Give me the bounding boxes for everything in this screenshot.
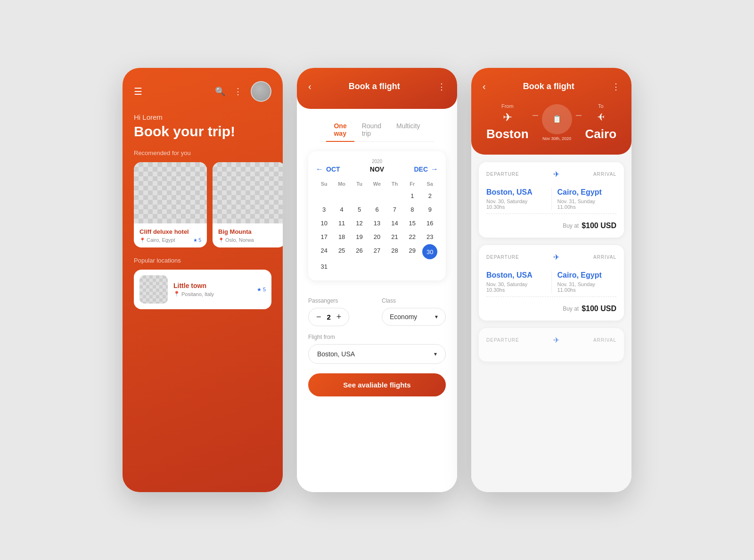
cal-day-11[interactable]: 11	[333, 217, 350, 230]
cal-day-26[interactable]: 26	[351, 244, 368, 259]
cal-day-30-selected[interactable]: 30	[422, 244, 437, 259]
arrival-city-block: To ✈ Cairo	[585, 103, 616, 141]
card-2-image	[213, 162, 283, 223]
dep-time-1: 10.30hs	[486, 204, 546, 210]
flight-card-3[interactable]: DEPARTURE ✈ ARRIVAL	[479, 328, 624, 362]
cal-day-16[interactable]: 16	[422, 217, 438, 230]
screen3-back-button[interactable]: ‹	[483, 81, 486, 92]
cal-day-1[interactable]: 1	[404, 189, 420, 202]
avatar[interactable]	[251, 81, 271, 102]
cal-day-7[interactable]: 7	[386, 203, 403, 216]
tab-roundtrip[interactable]: Round trip	[354, 118, 389, 142]
card-1-meta: 📍 Cairo, Egypt ★ 5	[139, 237, 201, 243]
dep-date-2: Nov. 30, Saturday	[486, 281, 546, 287]
cal-day-10[interactable]: 10	[316, 217, 332, 230]
arr-city-1: Cairo, Egypt	[557, 188, 617, 197]
cal-day-12[interactable]: 12	[351, 217, 368, 230]
card-1[interactable]: Cliff deluxe hotel 📍 Cairo, Egypt ★ 5	[134, 162, 207, 247]
prev-month-nav[interactable]: ← OCT	[316, 165, 340, 173]
dep-city-1: Boston, USA	[486, 188, 546, 197]
cal-day-25[interactable]: 25	[333, 244, 350, 259]
popular-card-1[interactable]: Little town 📍 Positano, Italy ★ 5	[134, 270, 271, 309]
flight-plane-icon-3: ✈	[553, 336, 559, 345]
right-arrow-icon[interactable]: →	[431, 165, 438, 173]
passengers-group: Passangers − 2 +	[308, 297, 372, 326]
cal-day-31[interactable]: 31	[316, 260, 332, 273]
cal-day-8[interactable]: 8	[404, 203, 420, 216]
dep-date-1: Nov. 30, Saturday	[486, 198, 546, 204]
flight-divider-2	[486, 296, 616, 297]
calendar-nav: ← OCT NOV DEC →	[316, 165, 438, 173]
decrease-button[interactable]: −	[316, 312, 321, 322]
bottom-controls: Passangers − 2 + Class Economy ▾	[297, 290, 457, 404]
from-city: Boston	[486, 127, 529, 141]
cal-day-28[interactable]: 28	[386, 244, 403, 259]
dashed-line-left	[533, 115, 538, 116]
card-2[interactable]: Big Mounta 📍 Oslo, Norwa	[213, 162, 283, 247]
screen3-title: Book a flight	[523, 82, 574, 91]
cal-day-2[interactable]: 2	[422, 189, 438, 202]
cal-day-4[interactable]: 4	[333, 203, 350, 216]
cal-day-20[interactable]: 20	[369, 231, 385, 243]
tab-oneway[interactable]: One way	[326, 118, 354, 142]
route-info: From ✈ Boston 📋 Nov 30th, 2020 To	[483, 103, 620, 155]
buy-row-2: Buy at $100 USD	[486, 301, 616, 313]
card-1-body: Cliff deluxe hotel 📍 Cairo, Egypt ★ 5	[134, 223, 207, 247]
arr-date-1: Nov. 31, Sunday	[557, 198, 617, 204]
cal-day-9[interactable]: 9	[422, 203, 438, 216]
buy-price-1: $100 USD	[582, 222, 616, 230]
see-flights-button[interactable]: See avaliable flights	[308, 373, 446, 396]
cal-day-21[interactable]: 21	[386, 231, 403, 243]
cal-day-17[interactable]: 17	[316, 231, 332, 243]
screen3-more-icon[interactable]: ⋮	[612, 82, 620, 92]
current-month-nav: NOV	[370, 165, 384, 173]
screen2-title: Book a flight	[349, 82, 400, 91]
flight-plane-icon-2: ✈	[553, 253, 559, 262]
arrival-label-1: ARRIVAL	[593, 172, 616, 177]
cal-day-19[interactable]: 19	[351, 231, 368, 243]
flight-from-dropdown[interactable]: Boston, USA ▾	[308, 344, 446, 364]
cal-day-6[interactable]: 6	[369, 203, 385, 216]
cal-day-23[interactable]: 23	[422, 231, 438, 243]
cal-empty	[369, 260, 385, 273]
cal-empty	[369, 189, 385, 202]
day-fr: Fr	[404, 179, 420, 189]
cal-day-24[interactable]: 24	[316, 244, 332, 259]
class-dropdown[interactable]: Economy ▾	[382, 308, 446, 326]
cal-day-5[interactable]: 5	[351, 203, 368, 216]
screen3-header: ‹ Book a flight ⋮ From ✈ Boston 📋	[471, 68, 631, 155]
search-icon[interactable]: 🔍	[215, 86, 225, 97]
cal-empty	[386, 260, 403, 273]
flight-card-2[interactable]: DEPARTURE ✈ ARRIVAL Boston, USA Nov. 30,…	[479, 245, 624, 321]
arr-city-2: Cairo, Egypt	[557, 271, 617, 280]
departure-city-block: From ✈ Boston	[486, 103, 529, 141]
cal-day-13[interactable]: 13	[369, 217, 385, 230]
calendar: 2020 ← OCT NOV DEC → Su Mo	[308, 151, 446, 280]
flight-dep-1: Boston, USA Nov. 30, Saturday 10.30hs	[486, 188, 552, 210]
cal-day-22[interactable]: 22	[404, 231, 420, 243]
day-th: Th	[386, 179, 403, 189]
popular-location-icon: 📍	[173, 291, 180, 297]
left-arrow-icon[interactable]: ←	[316, 165, 323, 173]
cal-day-15[interactable]: 15	[404, 217, 420, 230]
flight-card-1-cols: Boston, USA Nov. 30, Saturday 10.30hs Ca…	[486, 188, 616, 210]
class-label: Class	[382, 297, 446, 304]
back-button[interactable]: ‹	[308, 81, 311, 92]
recommended-label: Recomended for you	[123, 149, 283, 162]
cal-day-3[interactable]: 3	[316, 203, 332, 216]
passengers-stepper[interactable]: − 2 +	[308, 308, 349, 326]
more-icon[interactable]: ⋮	[234, 86, 242, 97]
increase-button[interactable]: +	[336, 312, 342, 322]
screen2-more-icon[interactable]: ⋮	[437, 82, 446, 92]
flight-dep-2: Boston, USA Nov. 30, Saturday 10.30hs	[486, 271, 552, 293]
cal-day-14[interactable]: 14	[386, 217, 403, 230]
cal-day-18[interactable]: 18	[333, 231, 350, 243]
tab-multicity[interactable]: Multicity	[389, 118, 428, 142]
next-month-nav[interactable]: DEC →	[414, 165, 438, 173]
flight-card-1[interactable]: DEPARTURE ✈ ARRIVAL Boston, USA Nov. 30,…	[479, 162, 624, 238]
cal-day-27[interactable]: 27	[369, 244, 385, 259]
menu-icon[interactable]: ☰	[134, 86, 142, 97]
cal-day-29[interactable]: 29	[404, 244, 420, 259]
buy-label-2: Buy at	[563, 305, 579, 312]
cal-empty	[404, 260, 420, 273]
